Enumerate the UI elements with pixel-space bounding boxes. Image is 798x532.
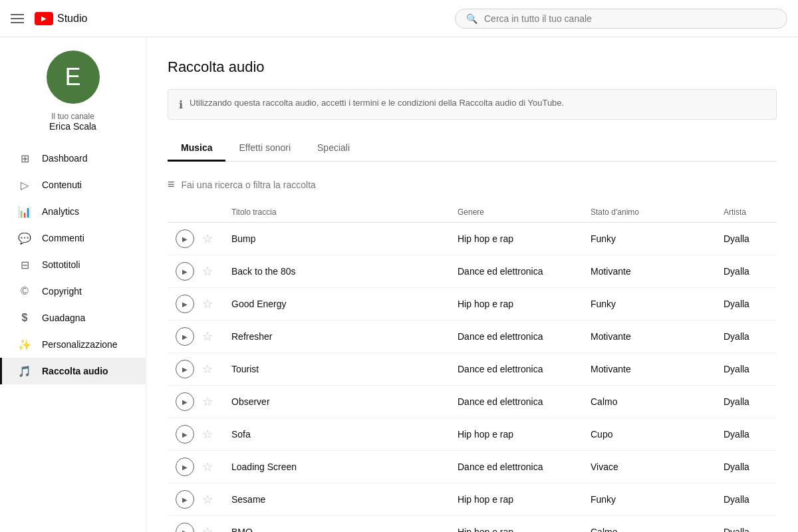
track-title: Refresher <box>223 321 450 353</box>
sidebar-item-analytics[interactable]: 📊 Analytics <box>0 198 146 225</box>
track-genre: Hip hop e rap <box>450 483 583 516</box>
favorite-button[interactable]: ☆ <box>200 394 215 410</box>
search-icon: 🔍 <box>466 13 477 24</box>
search-bar: 🔍 <box>455 9 787 29</box>
tracks-table: Titolo traccia Genere Stato d'animo Arti… <box>168 202 777 532</box>
dashboard-icon: ⊞ <box>18 152 31 165</box>
sidebar-label-guadagna: Guadagna <box>42 313 85 323</box>
sidebar-item-contenuti[interactable]: ▷ Contenuti <box>0 172 146 198</box>
track-genre: Dance ed elettronica <box>450 451 583 483</box>
track-controls-cell: ▶ ☆ <box>168 255 223 288</box>
commenti-icon: 💬 <box>18 231 31 245</box>
track-mood: Cupo <box>583 418 716 451</box>
track-artist: Dyalla <box>716 321 777 353</box>
play-button[interactable]: ▶ <box>176 229 194 248</box>
info-banner-text: Utilizzando questa raccolta audio, accet… <box>190 98 564 108</box>
track-controls: ▶ ☆ <box>176 392 215 411</box>
col-header-genre: Genere <box>450 202 583 223</box>
track-mood: Vivace <box>583 451 716 483</box>
table-row: ▶ ☆ Sesame Hip hop e rap Funky Dyalla <box>168 483 777 516</box>
play-button[interactable]: ▶ <box>176 490 194 509</box>
track-controls-cell: ▶ ☆ <box>168 288 223 321</box>
favorite-button[interactable]: ☆ <box>200 361 215 377</box>
main-content: Raccolta audio ℹ Utilizzando questa racc… <box>146 37 798 532</box>
track-artist: Dyalla <box>716 288 777 321</box>
sidebar-label-commenti: Commenti <box>42 233 84 243</box>
sidebar-item-sottotitoli[interactable]: ⊟ Sottotitoli <box>0 251 146 278</box>
brand-label: Studio <box>57 13 87 25</box>
favorite-button[interactable]: ☆ <box>200 296 215 312</box>
track-title: Bump <box>223 223 450 255</box>
sidebar-item-personalizzazione[interactable]: ✨ Personalizzazione <box>0 331 146 358</box>
table-row: ▶ ☆ Loading Screen Dance ed elettronica … <box>168 451 777 483</box>
sidebar-item-guadagna[interactable]: $ Guadagna <box>0 305 146 331</box>
menu-icon[interactable] <box>11 14 24 23</box>
sidebar: E Il tuo canale Erica Scala ⊞ Dashboard … <box>0 37 146 532</box>
raccolta-audio-icon: 🎵 <box>18 364 31 378</box>
play-button[interactable]: ▶ <box>176 360 194 378</box>
play-button[interactable]: ▶ <box>176 327 194 346</box>
track-artist: Dyalla <box>716 255 777 288</box>
track-controls-cell: ▶ ☆ <box>168 353 223 386</box>
table-row: ▶ ☆ Observer Dance ed elettronica Calmo … <box>168 386 777 418</box>
tab-effetti[interactable]: Effetti sonori <box>225 136 304 162</box>
track-title: Sofa <box>223 418 450 451</box>
favorite-button[interactable]: ☆ <box>200 329 215 344</box>
filter-bar: ≡ <box>168 172 777 202</box>
track-genre: Hip hop e rap <box>450 516 583 533</box>
sidebar-item-raccolta-audio[interactable]: 🎵 Raccolta audio <box>0 358 146 384</box>
search-input[interactable] <box>484 13 776 24</box>
favorite-button[interactable]: ☆ <box>200 459 215 475</box>
channel-name: Erica Scala <box>49 121 96 132</box>
sidebar-item-commenti[interactable]: 💬 Commenti <box>0 225 146 251</box>
tab-speciali[interactable]: Speciali <box>304 136 363 162</box>
play-button[interactable]: ▶ <box>176 523 194 532</box>
guadagna-icon: $ <box>18 311 31 325</box>
track-artist: Dyalla <box>716 516 777 533</box>
track-title: Back to the 80s <box>223 255 450 288</box>
track-genre: Hip hop e rap <box>450 223 583 255</box>
favorite-button[interactable]: ☆ <box>200 263 215 279</box>
track-genre: Dance ed elettronica <box>450 255 583 288</box>
favorite-button[interactable]: ☆ <box>200 426 215 442</box>
track-controls-cell: ▶ ☆ <box>168 483 223 516</box>
track-mood: Motivante <box>583 321 716 353</box>
track-title: Observer <box>223 386 450 418</box>
track-artist: Dyalla <box>716 353 777 386</box>
track-artist: Dyalla <box>716 386 777 418</box>
sidebar-label-sottotitoli: Sottotitoli <box>42 259 80 270</box>
sidebar-item-dashboard[interactable]: ⊞ Dashboard <box>0 145 146 172</box>
play-button[interactable]: ▶ <box>176 262 194 281</box>
sidebar-nav: ⊞ Dashboard ▷ Contenuti 📊 Analytics 💬 Co… <box>0 142 146 387</box>
track-mood: Funky <box>583 223 716 255</box>
play-button[interactable]: ▶ <box>176 295 194 313</box>
track-controls: ▶ ☆ <box>176 523 215 532</box>
table-row: ▶ ☆ Good Energy Hip hop e rap Funky Dyal… <box>168 288 777 321</box>
track-title: Sesame <box>223 483 450 516</box>
table-row: ▶ ☆ Sofa Hip hop e rap Cupo Dyalla <box>168 418 777 451</box>
tab-musica[interactable]: Musica <box>168 136 225 162</box>
sidebar-item-copyright[interactable]: © Copyright <box>0 278 146 305</box>
track-controls-cell: ▶ ☆ <box>168 516 223 533</box>
track-controls-cell: ▶ ☆ <box>168 223 223 255</box>
filter-icon[interactable]: ≡ <box>168 178 175 192</box>
sidebar-label-contenuti: Contenuti <box>42 180 82 190</box>
play-button[interactable]: ▶ <box>176 458 194 476</box>
track-genre: Dance ed elettronica <box>450 386 583 418</box>
track-mood: Funky <box>583 288 716 321</box>
youtube-logo-icon <box>35 12 53 25</box>
sidebar-label-raccolta-audio: Raccolta audio <box>42 366 108 376</box>
sidebar-label-dashboard: Dashboard <box>42 153 88 164</box>
play-button[interactable]: ▶ <box>176 392 194 411</box>
favorite-button[interactable]: ☆ <box>200 491 215 507</box>
favorite-button[interactable]: ☆ <box>200 231 215 247</box>
filter-input[interactable] <box>182 180 777 190</box>
favorite-button[interactable]: ☆ <box>200 524 215 532</box>
track-mood: Funky <box>583 483 716 516</box>
track-artist: Dyalla <box>716 223 777 255</box>
track-controls: ▶ ☆ <box>176 425 215 444</box>
logo[interactable]: Studio <box>35 12 87 25</box>
table-row: ▶ ☆ BMO Hip hop e rap Calmo Dyalla <box>168 516 777 533</box>
play-button[interactable]: ▶ <box>176 425 194 444</box>
sidebar-label-personalizzazione: Personalizzazione <box>42 339 118 350</box>
